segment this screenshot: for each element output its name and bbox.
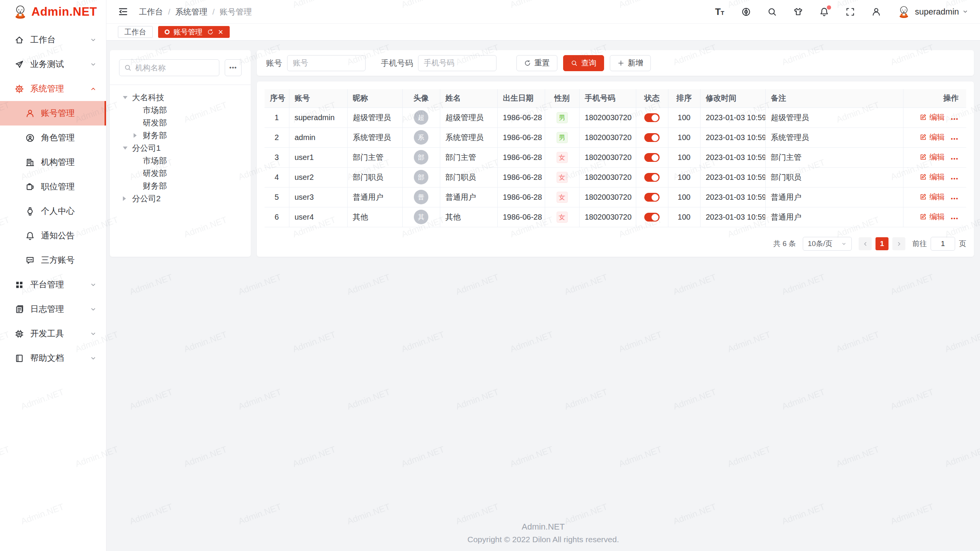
edit-button[interactable]: 编辑	[920, 192, 945, 202]
caret-down-icon[interactable]	[123, 96, 127, 99]
user-icon	[25, 109, 35, 118]
more-actions-button[interactable]: •••	[951, 175, 959, 182]
sidebar-item-org[interactable]: 机构管理	[0, 150, 106, 174]
tree-node[interactable]: 市场部	[119, 154, 242, 167]
tree-node[interactable]: 分公司2	[119, 192, 242, 205]
status-toggle[interactable]	[644, 173, 660, 182]
page-content: ••• 大名科技市场部研发部财务部分公司1市场部研发部财务部分公司2 账号 手机…	[106, 41, 980, 551]
chevron-down-icon[interactable]	[962, 8, 969, 15]
edit-button[interactable]: 编辑	[920, 112, 945, 122]
more-actions-button[interactable]: •••	[951, 215, 959, 222]
username[interactable]: superadmin	[915, 7, 959, 17]
column-header: 性别	[545, 89, 579, 108]
next-page-button[interactable]	[892, 237, 905, 250]
sidebar-item-position[interactable]: 职位管理	[0, 174, 106, 199]
goto-page-input[interactable]	[931, 237, 955, 251]
edit-button[interactable]: 编辑	[920, 212, 945, 222]
sidebar-item-profile[interactable]: 个人中心	[0, 199, 106, 223]
status-toggle[interactable]	[644, 213, 660, 222]
edit-button[interactable]: 编辑	[920, 172, 945, 182]
more-actions-button[interactable]: •••	[951, 155, 959, 162]
caret-down-icon[interactable]	[123, 147, 127, 150]
sidebar-item-label: 机构管理	[41, 156, 75, 168]
edit-button[interactable]: 编辑	[920, 132, 945, 142]
sidebar-item-gear[interactable]: 系统管理	[0, 77, 106, 101]
status-toggle[interactable]	[644, 153, 660, 162]
more-actions-button[interactable]: •••	[951, 116, 959, 122]
notification-icon[interactable]	[819, 7, 829, 17]
edit-icon	[920, 114, 927, 121]
breadcrumb-item[interactable]: 工作台	[139, 7, 163, 17]
account-cell: user3	[289, 187, 347, 207]
status-toggle[interactable]	[644, 133, 660, 142]
breadcrumb-current: 账号管理	[220, 7, 252, 17]
tree-node[interactable]: 财务部	[119, 129, 242, 142]
plus-icon	[617, 60, 624, 67]
add-button[interactable]: 新增	[610, 55, 651, 71]
fullscreen-icon[interactable]	[845, 7, 855, 17]
theme-icon[interactable]	[793, 7, 803, 17]
phone-cell: 18020030720	[579, 108, 636, 127]
edit-icon	[920, 153, 927, 161]
gender-cell: 男	[545, 108, 579, 127]
phone-input[interactable]	[418, 55, 497, 71]
sidebar-item-chat[interactable]: 三方账号	[0, 248, 106, 272]
breadcrumb-item[interactable]: 系统管理	[175, 7, 207, 17]
text-size-icon[interactable]: TT	[715, 7, 725, 17]
sidebar-item-bell[interactable]: 通知公告	[0, 223, 106, 248]
sidebar-item-send[interactable]: 业务测试	[0, 52, 106, 77]
app-logo[interactable]: Admin.NET	[0, 0, 106, 24]
status-cell	[636, 167, 668, 187]
tree-node[interactable]: 分公司1	[119, 142, 242, 154]
reset-button[interactable]: 重置	[516, 55, 557, 71]
sidebar-item-book[interactable]: 帮助文档	[0, 346, 106, 370]
tab-active[interactable]: 账号管理×	[158, 26, 230, 38]
table-row: 1superadmin超级管理员超超级管理员1986-06-28男1802003…	[265, 108, 966, 127]
breadcrumb: 工作台 / 系统管理 / 账号管理	[139, 7, 252, 17]
sidebar-item-label: 帮助文档	[30, 352, 64, 364]
user-avatar[interactable]	[897, 5, 910, 18]
prev-page-button[interactable]	[859, 237, 872, 250]
accounts-table-card: 序号账号昵称头像姓名出生日期性别手机号码状态排序修改时间备注操作 1supera…	[257, 82, 974, 257]
tree-more-button[interactable]: •••	[225, 59, 242, 76]
tree-node[interactable]: 大名科技	[119, 91, 242, 104]
page-size-select[interactable]: 10条/页	[803, 237, 852, 251]
query-button[interactable]: 查询	[563, 55, 604, 71]
more-actions-button[interactable]: •••	[951, 195, 959, 202]
tree-node[interactable]: 研发部	[119, 116, 242, 129]
tree-node[interactable]: 市场部	[119, 104, 242, 116]
sidebar-item-cpu[interactable]: 开发工具	[0, 321, 106, 346]
sidebar-item-user[interactable]: 账号管理	[0, 101, 106, 126]
remark-cell: 部门职员	[765, 167, 903, 187]
caret-right-icon[interactable]	[123, 196, 126, 201]
tree-node[interactable]: 财务部	[119, 179, 242, 192]
page-number-current[interactable]: 1	[875, 237, 889, 250]
tab-close-icon[interactable]: ×	[218, 28, 223, 36]
language-icon[interactable]	[741, 7, 751, 17]
home-icon	[15, 35, 24, 45]
sidebar: Admin.NET 工作台业务测试系统管理账号管理角色管理机构管理职位管理个人中…	[0, 0, 106, 551]
more-actions-button[interactable]: •••	[951, 135, 959, 142]
account-cell: user1	[289, 147, 347, 167]
tab-refresh-icon[interactable]	[207, 29, 214, 35]
sort-cell: 100	[668, 127, 700, 147]
search-icon[interactable]	[767, 7, 777, 17]
sidebar-item-grid[interactable]: 平台管理	[0, 272, 106, 297]
tree-node[interactable]: 研发部	[119, 167, 242, 179]
caret-right-icon[interactable]	[134, 133, 137, 138]
sidebar-item-log[interactable]: 日志管理	[0, 297, 106, 321]
avatar-cell: 超	[402, 108, 440, 127]
tab[interactable]: 工作台	[118, 26, 153, 38]
chevron-down-icon	[90, 306, 97, 313]
account-input[interactable]	[287, 55, 366, 71]
edit-button[interactable]: 编辑	[920, 152, 945, 162]
collapse-sidebar-icon[interactable]	[118, 7, 128, 17]
user-center-icon[interactable]	[871, 7, 881, 17]
tree-node-label: 分公司2	[132, 193, 161, 204]
avatar: 其	[414, 210, 428, 224]
sidebar-item-home[interactable]: 工作台	[0, 28, 106, 52]
sidebar-item-role[interactable]: 角色管理	[0, 126, 106, 150]
status-toggle[interactable]	[644, 193, 660, 202]
status-toggle[interactable]	[644, 113, 660, 122]
org-search-input[interactable]	[135, 64, 214, 72]
